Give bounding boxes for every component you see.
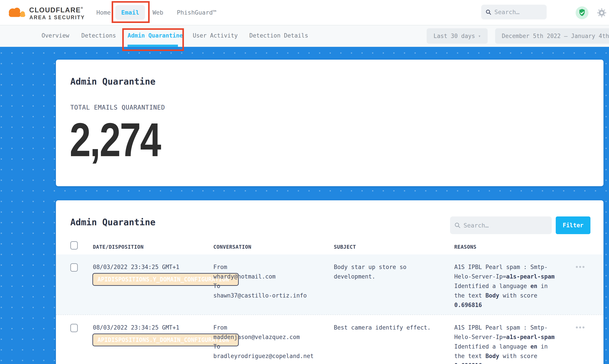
from-label: From bbox=[213, 323, 333, 332]
filter-button[interactable]: Filter bbox=[556, 216, 590, 234]
column-header-subject: SUBJECT bbox=[334, 244, 356, 250]
table-row: 08/03/2022 23:34:25 GMT+1 APIDISPOSITION… bbox=[56, 314, 603, 364]
tab-user-activity[interactable]: User Activity bbox=[193, 32, 238, 39]
brand-mark: ® bbox=[81, 6, 83, 10]
to-label: To bbox=[213, 342, 333, 351]
tab-admin-quarantine[interactable]: Admin Quarantine bbox=[128, 32, 183, 39]
period-dropdown[interactable]: Last 30 days ▾ bbox=[427, 28, 488, 44]
table-card-title: Admin Quarantine bbox=[70, 217, 155, 227]
row-subject: Best camera identify effect. bbox=[334, 323, 443, 332]
area1-dashboard: CLOUDFLARE® AREA 1 SECURITY Home Email W… bbox=[0, 0, 609, 364]
brand-name: CLOUDFLARE® bbox=[29, 6, 83, 14]
metric-value: 2,274 bbox=[70, 114, 160, 165]
column-header-date-disposition: DATE/DISPOSITION bbox=[93, 244, 144, 250]
search-icon bbox=[486, 9, 491, 15]
column-header-conversation: CONVERSATION bbox=[213, 244, 251, 250]
content-area: Admin Quarantine TOTAL EMAILS QUARANTINE… bbox=[0, 47, 609, 364]
period-dropdown-label: Last 30 days bbox=[433, 33, 475, 39]
row-reasons: A1S IPBL Pearl spam : Smtp-Helo-Server-I… bbox=[454, 262, 557, 310]
row-date: 08/03/2022 23:34:25 GMT+1 bbox=[93, 262, 179, 272]
search-icon bbox=[455, 222, 460, 229]
settings-gear-icon[interactable] bbox=[596, 8, 607, 18]
global-search-input[interactable] bbox=[494, 9, 542, 15]
active-tab-underline bbox=[128, 45, 178, 47]
date-range-display[interactable]: December 5th 2022 — January 4th 2023 bbox=[495, 28, 609, 44]
protection-status-shield-icon[interactable] bbox=[576, 6, 588, 19]
brand-tagline: AREA 1 SECURITY bbox=[29, 14, 85, 21]
to-label: To bbox=[213, 281, 333, 291]
email-sub-nav: Overview Detections Admin Quarantine Use… bbox=[0, 26, 609, 47]
date-range-text: December 5th 2022 — January 4th 2023 bbox=[502, 33, 609, 39]
from-address: maddenjason@velazquez.com bbox=[213, 332, 333, 342]
quarantine-table-card: Admin Quarantine Filter DATE/DISPOSITION… bbox=[56, 200, 603, 364]
cloudflare-logo-icon[interactable] bbox=[6, 3, 27, 22]
row-conversation: From whardy@hotmail.com To shawn37@casti… bbox=[213, 262, 333, 300]
column-header-reasons: REASONS bbox=[454, 244, 476, 250]
row-conversation: From maddenjason@velazquez.com To bradle… bbox=[213, 323, 333, 361]
global-search[interactable] bbox=[481, 5, 547, 19]
table-search-input[interactable] bbox=[463, 222, 547, 229]
tab-detection-details[interactable]: Detection Details bbox=[249, 32, 308, 39]
quarantine-rows: 08/03/2022 23:34:25 GMT+1 APIDISPOSITION… bbox=[56, 254, 603, 364]
chevron-down-icon: ▾ bbox=[478, 33, 481, 39]
from-label: From bbox=[213, 262, 333, 272]
top-bar: CLOUDFLARE® AREA 1 SECURITY Home Email W… bbox=[0, 0, 609, 26]
row-actions-ellipsis-icon[interactable] bbox=[576, 266, 584, 268]
tab-detections[interactable]: Detections bbox=[81, 32, 116, 39]
table-search[interactable] bbox=[450, 216, 552, 234]
row-actions-ellipsis-icon[interactable] bbox=[576, 326, 584, 328]
row-date: 08/03/2022 23:34:25 GMT+1 bbox=[93, 323, 179, 332]
row-subject: Body star up store so development. bbox=[334, 262, 443, 281]
topnav-email[interactable]: Email bbox=[115, 5, 145, 20]
row-reasons: A1S IPBL Pearl spam : Smtp-Helo-Server-I… bbox=[454, 323, 557, 364]
metric-label: TOTAL EMAILS QUARANTINED bbox=[70, 104, 165, 111]
topnav-home[interactable]: Home bbox=[96, 9, 111, 16]
summary-card-title: Admin Quarantine bbox=[70, 77, 155, 87]
from-address: whardy@hotmail.com bbox=[213, 272, 333, 281]
summary-card: Admin Quarantine TOTAL EMAILS QUARANTINE… bbox=[56, 60, 603, 186]
row-select-checkbox[interactable] bbox=[70, 263, 78, 272]
row-select-checkbox[interactable] bbox=[70, 324, 78, 332]
table-row: 08/03/2022 23:34:25 GMT+1 APIDISPOSITION… bbox=[56, 254, 603, 314]
to-address: shawn37@castillo-ortiz.info bbox=[213, 291, 333, 300]
tab-overview[interactable]: Overview bbox=[41, 32, 69, 39]
to-address: bradleyrodriguez@copeland.net bbox=[213, 351, 333, 361]
topnav-web[interactable]: Web bbox=[152, 9, 163, 16]
topnav-phishguard[interactable]: PhishGuard™ bbox=[177, 9, 217, 16]
select-all-checkbox[interactable] bbox=[70, 241, 78, 250]
